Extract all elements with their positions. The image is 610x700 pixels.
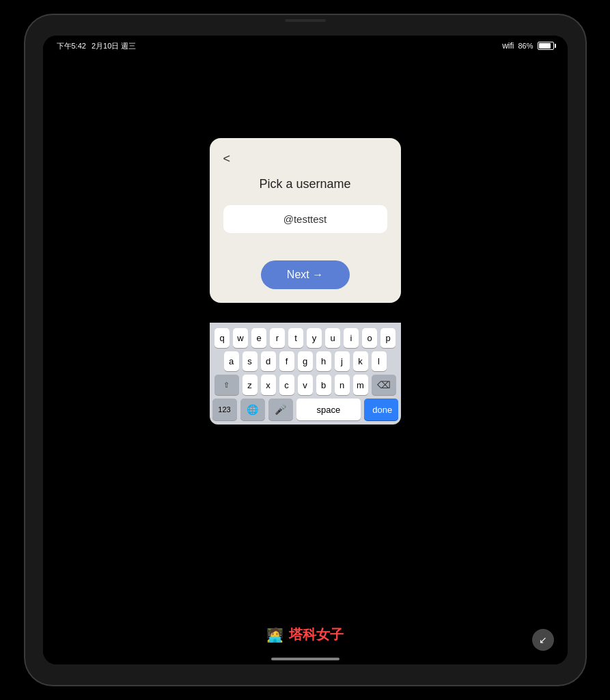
watermark: 🧑‍💻 塔科女子 [266,625,344,644]
keyboard-row-1: q w e r t y u i o p [212,328,398,348]
key-h[interactable]: h [316,351,331,371]
date: 2月10日 週三 [92,41,136,51]
keyboard-row-2: a s d f g h j k l [212,351,398,371]
username-input[interactable] [223,205,387,233]
key-v[interactable]: v [298,375,313,395]
status-right: wifi 86% [502,41,553,51]
key-c[interactable]: c [279,375,294,395]
keyboard: q w e r t y u i o p a s d f g [210,323,401,425]
key-s[interactable]: s [242,351,258,371]
key-q[interactable]: q [214,328,230,348]
time: 下午5:42 [57,41,86,51]
ipad-frame: 下午5:42 2月10日 週三 wifi 86% < Pick a userna… [25,15,585,685]
key-r[interactable]: r [270,328,285,348]
key-m[interactable]: m [353,375,368,395]
watermark-text: 塔科女子 [289,625,344,644]
watermark-emoji: 🧑‍💻 [266,627,283,643]
key-b[interactable]: b [316,375,331,395]
keyboard-bottom-row: 123 🌐 🎤 space done [212,399,398,420]
key-a[interactable]: a [224,351,239,371]
key-l[interactable]: l [372,351,387,371]
expand-icon[interactable]: ↙ [532,629,554,651]
expand-arrow: ↙ [539,634,547,645]
key-g[interactable]: g [298,351,313,371]
next-button[interactable]: Next → [261,260,350,289]
key-z[interactable]: z [242,375,258,395]
modal-card: < Pick a username Next → [210,138,401,303]
battery-fill [539,43,551,49]
key-d[interactable]: d [261,351,276,371]
ipad-screen: 下午5:42 2月10日 週三 wifi 86% < Pick a userna… [43,36,568,664]
pick-username-title: Pick a username [223,177,387,191]
mic-key[interactable]: 🎤 [268,399,293,420]
key-e[interactable]: e [251,328,266,348]
globe-key[interactable]: 🌐 [240,399,265,420]
screen-content: < Pick a username Next → q w e r t y u [43,56,568,664]
keyboard-row-3: ⇧ z x c v b n m ⌫ [212,375,398,395]
key-j[interactable]: j [335,351,350,371]
status-left: 下午5:42 2月10日 週三 [57,41,137,51]
camera-notch [285,19,326,22]
shift-key[interactable]: ⇧ [214,375,239,395]
key-n[interactable]: n [335,375,350,395]
status-bar: 下午5:42 2月10日 週三 wifi 86% [43,36,568,56]
key-f[interactable]: f [279,351,294,371]
space-key[interactable]: space [296,399,361,420]
back-button[interactable]: < [223,152,231,166]
key-123[interactable]: 123 [212,399,237,420]
done-key[interactable]: done [364,399,398,420]
key-i[interactable]: i [344,328,359,348]
key-w[interactable]: w [233,328,248,348]
key-x[interactable]: x [261,375,276,395]
home-indicator [271,658,339,660]
backspace-key[interactable]: ⌫ [372,375,396,395]
wifi-icon: wifi [502,41,514,51]
key-t[interactable]: t [288,328,303,348]
key-k[interactable]: k [353,351,368,371]
next-button-label: Next → [287,269,323,281]
key-u[interactable]: u [325,328,340,348]
battery-percent: 86% [518,42,533,50]
key-o[interactable]: o [362,328,377,348]
key-p[interactable]: p [380,328,396,348]
key-y[interactable]: y [307,328,322,348]
battery-icon [538,42,554,50]
